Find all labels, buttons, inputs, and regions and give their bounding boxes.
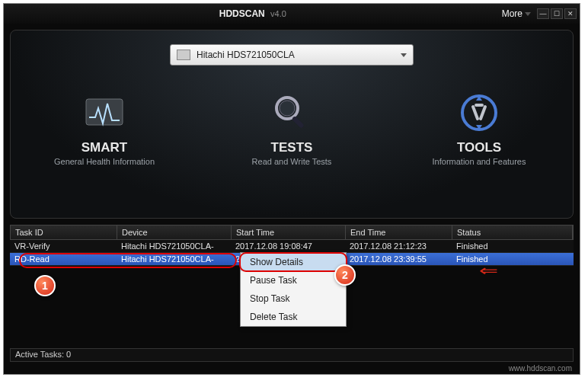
chevron-down-icon <box>525 12 531 16</box>
active-tasks-label: Active Tasks: 0 <box>15 350 71 359</box>
svg-rect-3 <box>292 116 305 129</box>
app-title: HDDSCAN <box>219 8 265 19</box>
col-task-id[interactable]: Task ID <box>11 225 117 239</box>
titlebar: HDDSCAN v4.0 More — ☐ ✕ <box>4 4 580 24</box>
cell-start: 2017.12.08 19:08:47 <box>231 241 345 251</box>
drive-selector[interactable]: Hitachi HDS721050CLA <box>170 44 414 66</box>
cell-task: VR-Verify <box>10 241 117 251</box>
footer-link[interactable]: www.hddscan.com <box>509 364 572 373</box>
cell-status: Finished <box>452 241 574 251</box>
menu-stop-task[interactable]: Stop Task <box>241 289 346 308</box>
main-panel: Hitachi HDS721050CLA SMART General Healt… <box>10 30 574 219</box>
annotation-callout-1: 1 <box>34 275 56 296</box>
table-header: Task ID Device Start Time End Time Statu… <box>10 225 574 240</box>
cell-end: 2017.12.08 21:12:23 <box>345 241 452 251</box>
category-title: TESTS <box>271 140 313 155</box>
footer: www.hddscan.com <box>4 363 580 374</box>
app-version: v4.0 <box>270 9 286 18</box>
cell-task: RD-Read <box>10 254 117 264</box>
col-status[interactable]: Status <box>452 225 573 239</box>
cell-device: Hitachi HDS721050CLA- <box>117 254 231 264</box>
drive-name: Hitachi HDS721050CLA <box>197 50 401 60</box>
status-bar: Active Tasks: 0 <box>10 348 574 362</box>
tools-icon <box>456 90 502 136</box>
close-button[interactable]: ✕ <box>564 8 577 19</box>
svg-point-4 <box>462 96 496 130</box>
chevron-down-icon <box>401 53 407 57</box>
category-subtitle: General Health Information <box>54 157 155 166</box>
menu-pause-task[interactable]: Pause Task <box>241 271 346 289</box>
category-subtitle: Information and Features <box>433 157 526 166</box>
table-row[interactable]: VR-Verify Hitachi HDS721050CLA- 2017.12.… <box>10 240 574 253</box>
maximize-button[interactable]: ☐ <box>551 8 563 19</box>
menu-show-details[interactable]: Show Details <box>241 253 346 271</box>
cell-status: Finished <box>452 254 574 264</box>
svg-point-2 <box>280 101 295 116</box>
more-menu[interactable]: More <box>502 8 531 19</box>
tests-icon <box>269 90 315 136</box>
drive-icon <box>177 50 190 60</box>
category-tests[interactable]: TESTS Read and Write Tests <box>216 90 368 166</box>
category-subtitle: Read and Write Tests <box>252 157 332 166</box>
annotation-callout-2: 2 <box>334 264 356 286</box>
cell-end: 2017.12.08 23:39:55 <box>345 254 452 264</box>
more-label: More <box>502 8 522 19</box>
menu-delete-task[interactable]: Delete Task <box>241 308 346 326</box>
smart-icon <box>81 90 127 136</box>
minimize-button[interactable]: — <box>537 8 549 19</box>
col-end-time[interactable]: End Time <box>346 225 452 239</box>
category-smart[interactable]: SMART General Health Information <box>28 90 181 166</box>
category-tools[interactable]: TOOLS Information and Features <box>403 90 555 166</box>
category-title: TOOLS <box>457 140 501 155</box>
category-title: SMART <box>81 140 127 155</box>
col-start-time[interactable]: Start Time <box>232 225 346 239</box>
context-menu: Show Details Pause Task Stop Task Delete… <box>240 252 347 327</box>
col-device[interactable]: Device <box>117 225 232 239</box>
cell-device: Hitachi HDS721050CLA- <box>117 241 231 251</box>
